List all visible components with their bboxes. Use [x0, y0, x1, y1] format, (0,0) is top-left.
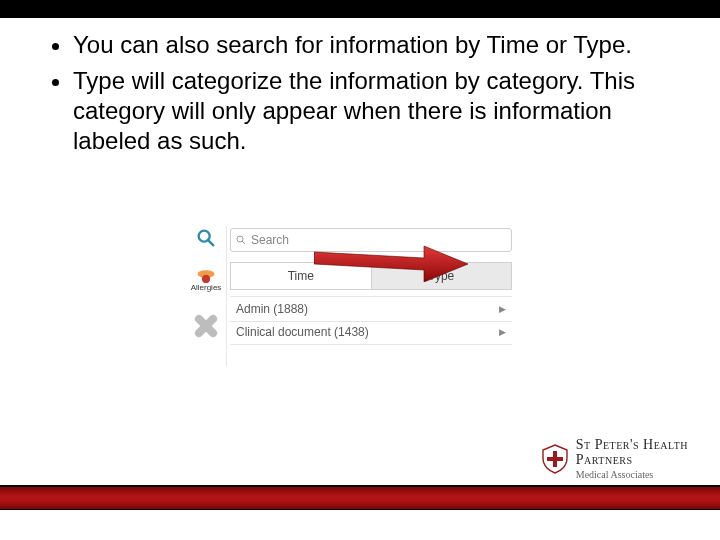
allergies-label: Allergies: [191, 283, 222, 292]
shield-icon: [542, 444, 568, 474]
allergies-icon[interactable]: Allergies: [192, 264, 220, 292]
brand-logo: St Peter's Health Partners Medical Assoc…: [542, 438, 688, 480]
search-input[interactable]: Search: [230, 228, 512, 252]
bullet-list: You can also search for information by T…: [45, 30, 675, 156]
footer-bottom: [0, 510, 720, 540]
magnifier-icon: [231, 234, 251, 246]
title-bar: [0, 0, 720, 18]
screenshot-sidebar: Allergies: [186, 226, 227, 366]
tab-type[interactable]: Type: [371, 263, 512, 289]
slide: You can also search for information by T…: [0, 0, 720, 540]
bullet-item: You can also search for information by T…: [73, 30, 675, 60]
category-row[interactable]: Admin (1888) ▶: [230, 296, 512, 322]
bullet-item: Type will categorize the information by …: [73, 66, 675, 156]
search-icon[interactable]: [192, 224, 220, 252]
category-label: Admin (1888): [236, 302, 308, 316]
svg-line-1: [208, 240, 214, 246]
svg-rect-9: [547, 457, 563, 461]
tab-bar: Time Type: [230, 262, 512, 290]
footer-stripe: [0, 485, 720, 510]
chevron-right-icon: ▶: [499, 304, 506, 314]
brand-sub: Medical Associates: [576, 470, 688, 481]
svg-line-6: [242, 241, 245, 244]
tab-time[interactable]: Time: [231, 263, 371, 289]
brand-line2: Partners: [576, 452, 633, 467]
brand-text: St Peter's Health Partners Medical Assoc…: [576, 438, 688, 480]
category-row[interactable]: Clinical document (1438) ▶: [230, 320, 512, 345]
screenshot-main: Search Time Type Admin (1888) ▶ Clinical…: [226, 226, 518, 366]
brand-name: St Peter's Health: [576, 437, 688, 452]
category-label: Clinical document (1438): [236, 325, 369, 339]
embedded-screenshot: Allergies Search Time Type Admin (1888) …: [186, 226, 518, 366]
body-content: You can also search for information by T…: [45, 30, 675, 162]
chevron-right-icon: ▶: [499, 327, 506, 337]
bandage-icon[interactable]: [192, 312, 220, 340]
search-placeholder: Search: [251, 233, 289, 247]
svg-point-2: [202, 274, 210, 282]
